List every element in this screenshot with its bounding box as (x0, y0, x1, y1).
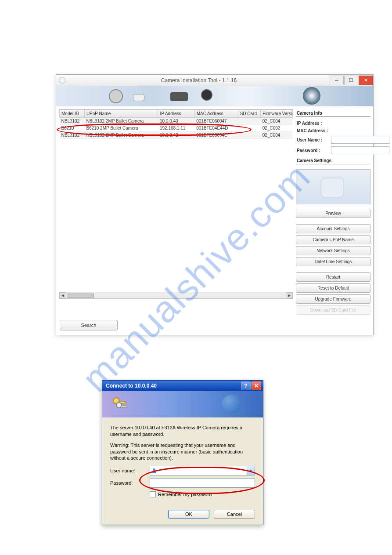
password-label: Password : (297, 148, 328, 153)
username-field-label: User name: (110, 468, 150, 473)
dialog-close-button[interactable]: ✕ (252, 381, 261, 390)
camera-tool-window: Camera Installation Tool - 1.1.16 ─ ☐ ✕ … (56, 74, 374, 335)
cell-mac: 001BFE060047 (194, 118, 238, 125)
cell-ip: 10.0.0.42 (158, 132, 194, 139)
col-sd-card[interactable]: SD Card (238, 110, 261, 118)
cell-model: NBL3102 (60, 118, 85, 125)
mac-address-label: MAC Address : (297, 128, 328, 133)
col-mac-address[interactable]: MAC Address (194, 110, 238, 118)
keys-icon (111, 395, 129, 413)
horizontal-scrollbar[interactable]: ◀ ▶ (59, 292, 293, 298)
camera-upnp-name-button[interactable]: Camera UPnP Name (296, 235, 370, 244)
datetime-settings-button[interactable]: Date/Time Settings (296, 257, 370, 266)
remember-checkbox[interactable] (150, 491, 156, 497)
search-button[interactable]: Search (60, 320, 118, 330)
col-model-id[interactable]: Model ID (60, 110, 85, 118)
password-field-label: Password: (110, 480, 150, 486)
password-field-wrap[interactable] (150, 478, 255, 488)
cell-mac: 001BFE04E44D (194, 125, 238, 132)
cell-upnp: NBL3102 2MP Bullet Camera (84, 132, 158, 139)
table-row[interactable]: NBL3102 NBL3102 2MP Bullet Camera 10.0.0… (60, 132, 293, 139)
table-row[interactable]: NBL3102 NBL3102 2MP Bullet Camera 10.0.0… (60, 118, 293, 125)
username-input[interactable] (331, 136, 389, 144)
cell-upnp: B6210 2MP Bullet Camera (84, 125, 158, 132)
restart-button[interactable]: Restart (296, 272, 370, 282)
banner-image (56, 86, 373, 106)
password-field[interactable] (150, 479, 255, 487)
titlebar[interactable]: Camera Installation Tool - 1.1.16 ─ ☐ ✕ (56, 75, 373, 86)
remember-label: Remember my password (158, 492, 212, 497)
chevron-down-icon[interactable]: ▾ (247, 466, 255, 475)
cell-sd (238, 132, 261, 139)
cancel-button[interactable]: Cancel (214, 510, 255, 519)
dialog-titlebar[interactable]: Connect to 10.0.0.40 ? ✕ (102, 381, 263, 391)
close-button[interactable]: ✕ (359, 76, 373, 85)
username-label: User Name : (297, 138, 328, 142)
camera-table[interactable]: Model ID UPnP Name IP Address MAC Addres… (59, 109, 293, 299)
username-combobox[interactable]: ▾ (150, 466, 255, 475)
cell-model: B6210 (60, 125, 85, 132)
cell-fw: 02_C004 (261, 118, 293, 125)
cell-sd (238, 125, 261, 132)
globe-icon (222, 395, 241, 414)
download-sdcard-button: Download SD Card File (296, 305, 370, 315)
dialog-message-1: The server 10.0.0.40 at F312A Wireless I… (110, 424, 255, 438)
svg-rect-2 (124, 402, 126, 405)
cell-mac: 001BFE06094C (194, 132, 238, 139)
ip-address-label: IP Address : (297, 121, 328, 126)
cell-ip: 192.168.1.11 (158, 125, 194, 132)
password-input[interactable] (331, 146, 389, 154)
maximize-button[interactable]: ☐ (344, 76, 358, 85)
sidebar: Camera Info IP Address : MAC Address : U… (296, 109, 370, 315)
dialog-message-2: Warning: This server is requesting that … (110, 442, 255, 462)
svg-rect-4 (121, 406, 127, 407)
reset-default-button[interactable]: Reset to Default (296, 283, 370, 293)
table-row[interactable]: B6210 B6210 2MP Bullet Camera 192.168.1.… (60, 125, 293, 132)
cell-model: NBL3102 (60, 132, 85, 139)
ok-button[interactable]: OK (168, 510, 209, 519)
scroll-right-icon[interactable]: ▶ (286, 292, 293, 298)
svg-point-5 (153, 468, 155, 471)
app-icon (59, 77, 65, 83)
dialog-title: Connect to 10.0.0.40 (106, 383, 240, 389)
upgrade-firmware-button[interactable]: Upgrade Firmware (296, 294, 370, 304)
cell-ip: 10.0.0.40 (158, 118, 194, 125)
username-field[interactable] (158, 466, 247, 475)
connect-dialog: Connect to 10.0.0.40 ? ✕ The server 10.0… (102, 380, 263, 525)
scroll-left-icon[interactable]: ◀ (59, 292, 66, 298)
cell-fw: 02_C002 (261, 125, 293, 132)
cell-upnp: NBL3102 2MP Bullet Camera (84, 118, 158, 125)
cell-fw: 02_C004 (261, 132, 293, 139)
camera-info-heading: Camera Info (296, 109, 370, 117)
scroll-thumb[interactable] (67, 293, 94, 298)
col-upnp-name[interactable]: UPnP Name (84, 110, 158, 118)
camera-settings-heading: Camera Settings (296, 156, 370, 164)
help-button[interactable]: ? (241, 381, 251, 390)
preview-image (296, 169, 370, 204)
cell-sd (238, 118, 261, 125)
network-settings-button[interactable]: Network Settings (296, 246, 370, 255)
col-ip-address[interactable]: IP Address (158, 110, 194, 118)
col-firmware-version[interactable]: Firmware Versio (261, 110, 293, 118)
user-icon (150, 466, 158, 475)
preview-button[interactable]: Preview (296, 209, 370, 218)
minimize-button[interactable]: ─ (330, 76, 344, 85)
account-settings-button[interactable]: Account Settings (296, 224, 370, 233)
dialog-banner (102, 391, 263, 417)
window-title: Camera Installation Tool - 1.1.16 (68, 77, 330, 83)
